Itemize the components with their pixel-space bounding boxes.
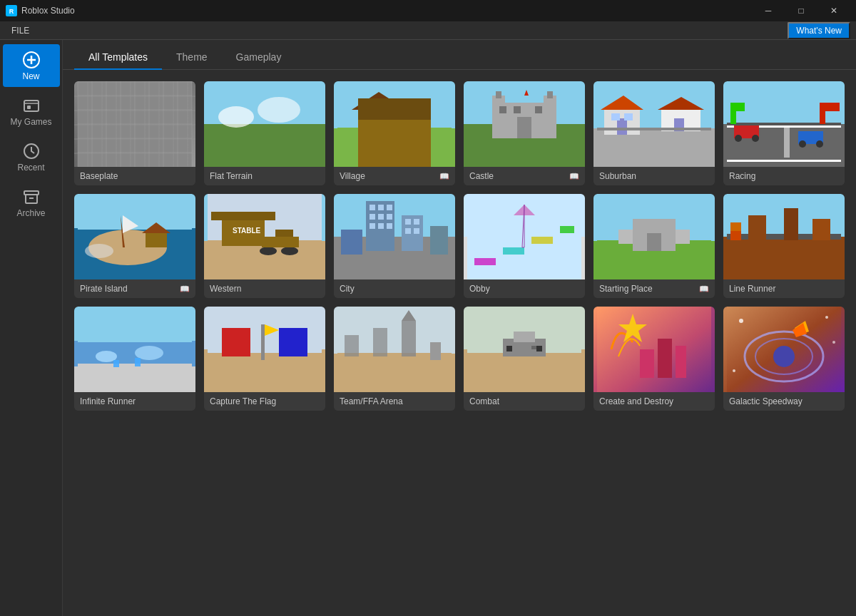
- svg-rect-118: [560, 226, 574, 233]
- svg-rect-67: [784, 128, 790, 158]
- svg-rect-105: [378, 223, 384, 229]
- svg-rect-152: [402, 321, 416, 356]
- svg-rect-104: [370, 223, 375, 229]
- thumb-svg-line-runner: [723, 194, 845, 279]
- tab-all-templates[interactable]: All Templates: [74, 46, 162, 70]
- template-card-starting-place[interactable]: Starting Place📖: [593, 194, 715, 298]
- svg-rect-103: [387, 214, 392, 220]
- close-button[interactable]: ✕: [817, 0, 850, 21]
- template-name-galactic-speedway: Galactic Speedway: [729, 396, 802, 406]
- svg-rect-29: [208, 124, 322, 167]
- tab-gameplay[interactable]: Gameplay: [222, 46, 296, 70]
- template-card-obby[interactable]: Obby: [464, 194, 585, 298]
- thumb-svg-suburban: [593, 81, 715, 167]
- template-label-baseplate: Baseplate: [74, 167, 195, 185]
- thumb-svg-pirate-island: [74, 194, 195, 279]
- template-label-combat: Combat: [464, 392, 585, 411]
- template-card-suburban[interactable]: Suburban: [593, 81, 715, 185]
- template-card-combat[interactable]: Combat: [464, 307, 585, 411]
- my-games-icon: [21, 96, 41, 115]
- svg-rect-133: [730, 230, 741, 240]
- template-card-village[interactable]: Village📖: [334, 81, 455, 185]
- template-card-castle[interactable]: Castle📖: [464, 81, 585, 185]
- template-name-pirate-island: Pirate Island: [80, 284, 128, 294]
- template-card-line-runner[interactable]: Line Runner: [723, 194, 845, 298]
- svg-point-31: [258, 97, 300, 123]
- template-label-suburban: Suburban: [593, 167, 715, 185]
- sidebar-label-archive: Archive: [16, 208, 45, 218]
- svg-point-70: [752, 135, 759, 142]
- template-thumb-village: [334, 81, 455, 167]
- thumb-svg-combat: [464, 307, 585, 392]
- svg-rect-33: [337, 128, 452, 167]
- template-card-baseplate[interactable]: Baseplate: [74, 81, 195, 185]
- template-thumb-create-and-destroy: [593, 307, 715, 392]
- svg-rect-124: [647, 233, 661, 251]
- template-card-create-and-destroy[interactable]: Create and Destroy: [593, 307, 715, 411]
- svg-rect-164: [658, 339, 672, 378]
- whats-new-button[interactable]: What's New: [788, 22, 850, 39]
- svg-text:STABLE: STABLE: [233, 227, 261, 235]
- template-thumb-baseplate: [74, 81, 195, 167]
- template-card-city[interactable]: City: [334, 194, 455, 298]
- svg-rect-6: [27, 106, 31, 109]
- book-icon-castle: 📖: [569, 172, 579, 181]
- template-name-western: Western: [210, 284, 241, 294]
- sidebar-item-archive[interactable]: Archive: [3, 181, 60, 224]
- svg-point-30: [218, 106, 254, 128]
- sidebar-item-new[interactable]: New: [3, 44, 60, 87]
- template-card-infinite-runner[interactable]: Infinite Runner: [74, 307, 195, 411]
- tab-theme[interactable]: Theme: [162, 46, 222, 70]
- svg-rect-74: [820, 103, 825, 124]
- template-label-obby: Obby: [464, 279, 585, 298]
- template-thumb-capture-the-flag: [204, 307, 325, 392]
- svg-rect-106: [387, 223, 392, 229]
- file-menu[interactable]: FILE: [6, 24, 35, 37]
- template-name-racing: Racing: [729, 171, 755, 181]
- svg-marker-38: [394, 101, 427, 113]
- template-grid-area: Baseplate Flat Terrain Village📖: [63, 70, 856, 616]
- svg-rect-146: [261, 324, 265, 360]
- svg-rect-49: [514, 106, 521, 113]
- maximize-button[interactable]: □: [785, 0, 817, 21]
- svg-rect-99: [378, 205, 384, 210]
- svg-rect-55: [617, 118, 627, 135]
- svg-rect-101: [370, 214, 375, 220]
- sidebar-item-recent[interactable]: Recent: [3, 135, 60, 178]
- thumb-svg-racing: [723, 81, 845, 167]
- template-name-suburban: Suburban: [599, 171, 636, 181]
- svg-point-92: [260, 247, 277, 255]
- template-label-galactic-speedway: Galactic Speedway: [723, 392, 845, 411]
- svg-rect-100: [387, 205, 392, 210]
- svg-rect-150: [345, 335, 359, 356]
- template-card-pirate-island[interactable]: Pirate Island📖: [74, 194, 195, 298]
- template-label-pirate-island: Pirate Island📖: [74, 279, 195, 298]
- svg-point-174: [825, 316, 828, 319]
- template-card-capture-the-flag[interactable]: Capture The Flag: [204, 307, 325, 411]
- template-card-flat-terrain[interactable]: Flat Terrain: [204, 81, 325, 185]
- thumb-svg-city: [334, 194, 455, 279]
- sidebar-label-my-games: My Games: [10, 117, 51, 127]
- template-card-western[interactable]: STABLE Western: [204, 194, 325, 298]
- template-thumb-flat-terrain: [204, 81, 325, 167]
- thumb-svg-baseplate: [74, 81, 195, 167]
- svg-point-176: [733, 369, 735, 372]
- svg-rect-145: [279, 328, 307, 356]
- template-thumb-infinite-runner: [74, 307, 195, 392]
- sidebar-item-my-games[interactable]: My Games: [3, 90, 60, 133]
- minimize-button[interactable]: ─: [752, 0, 785, 21]
- svg-rect-46: [547, 91, 553, 98]
- template-name-combat: Combat: [469, 396, 499, 406]
- svg-rect-161: [536, 346, 542, 351]
- template-card-racing[interactable]: Racing: [723, 81, 845, 185]
- template-card-team-ffa-arena[interactable]: Team/FFA Arena: [334, 307, 455, 411]
- svg-rect-165: [676, 346, 686, 378]
- book-icon-pirate-island: 📖: [180, 284, 190, 294]
- svg-rect-107: [402, 215, 423, 251]
- template-label-create-and-destroy: Create and Destroy: [593, 392, 715, 411]
- sidebar-label-new: New: [22, 71, 39, 81]
- svg-rect-34: [359, 110, 391, 131]
- svg-rect-66: [727, 160, 841, 162]
- template-card-galactic-speedway[interactable]: Galactic Speedway: [723, 307, 845, 411]
- template-thumb-western: STABLE: [204, 194, 325, 279]
